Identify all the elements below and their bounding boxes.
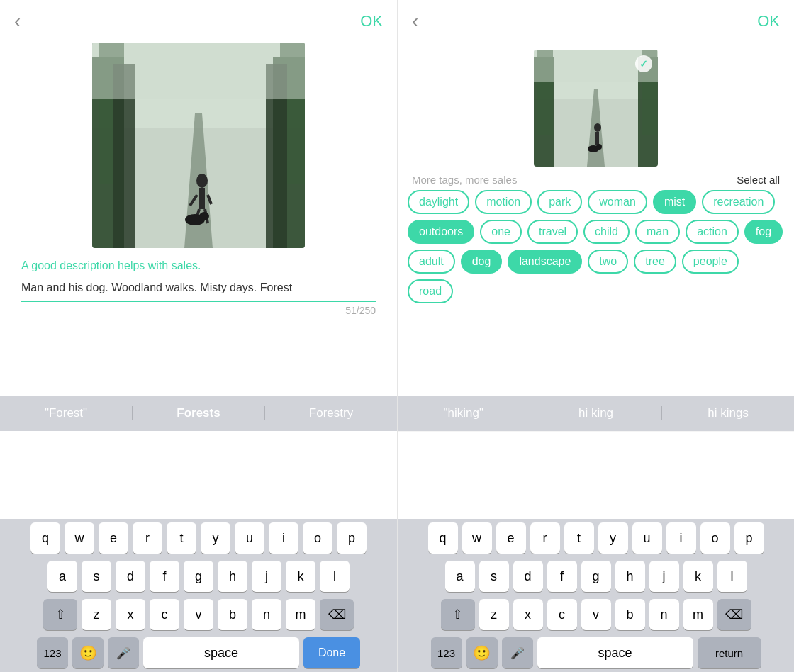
key-x-right[interactable]: x [513, 599, 543, 630]
tag-daylight[interactable]: daylight [408, 190, 469, 214]
key-b-right[interactable]: b [615, 599, 645, 630]
key-r-left[interactable]: r [133, 522, 162, 554]
key-v-left[interactable]: v [184, 599, 213, 630]
tags-hint: More tags, more sales [412, 174, 517, 186]
key-h-left[interactable]: h [218, 561, 247, 592]
key-f-right[interactable]: f [547, 561, 577, 592]
key-l-right[interactable]: l [717, 561, 747, 592]
key-n-left[interactable]: n [252, 599, 281, 630]
key-shift-left[interactable]: ⇧ [43, 599, 77, 630]
key-g-left[interactable]: g [184, 561, 213, 592]
key-r-right[interactable]: r [530, 522, 560, 554]
tag-adult[interactable]: adult [408, 250, 455, 274]
key-return-right[interactable]: return [698, 637, 761, 668]
tag-motion[interactable]: motion [475, 190, 532, 214]
tag-one[interactable]: one [480, 220, 522, 244]
key-m-right[interactable]: m [683, 599, 713, 630]
autocomplete-forests[interactable]: Forests [133, 406, 265, 420]
key-l-left[interactable]: l [320, 561, 350, 592]
key-emoji-right[interactable]: 🙂 [466, 637, 498, 668]
key-numbers-left[interactable]: 123 [37, 637, 68, 668]
key-e-left[interactable]: e [99, 522, 128, 554]
key-f-left[interactable]: f [150, 561, 179, 592]
select-all-button[interactable]: Select all [737, 174, 780, 186]
key-d-right[interactable]: d [513, 561, 543, 592]
autocomplete-forest-quoted[interactable]: "Forest" [0, 406, 133, 420]
tag-woman[interactable]: woman [588, 190, 647, 214]
tag-recreation[interactable]: recreation [702, 190, 775, 214]
key-k-left[interactable]: k [286, 561, 315, 592]
key-j-left[interactable]: j [252, 561, 281, 592]
key-b-left[interactable]: b [218, 599, 247, 630]
key-s-right[interactable]: s [479, 561, 509, 592]
key-i-right[interactable]: i [666, 522, 696, 554]
key-c-right[interactable]: c [547, 599, 577, 630]
key-mic-right[interactable]: 🎤 [502, 637, 533, 668]
autocomplete-hi-king[interactable]: hi king [530, 406, 663, 420]
key-delete-right[interactable]: ⌫ [717, 599, 751, 630]
key-mic-left[interactable]: 🎤 [108, 637, 139, 668]
key-m-left[interactable]: m [286, 599, 315, 630]
key-w-right[interactable]: w [462, 522, 492, 554]
key-s-left[interactable]: s [82, 561, 111, 592]
key-space-right[interactable]: space [537, 637, 693, 668]
left-back-button[interactable]: ‹ [14, 10, 21, 33]
tag-travel[interactable]: travel [527, 220, 578, 244]
key-p-right[interactable]: p [734, 522, 764, 554]
right-ok-button[interactable]: OK [757, 12, 780, 30]
key-emoji-left[interactable]: 🙂 [72, 637, 104, 668]
key-g-right[interactable]: g [581, 561, 611, 592]
key-p-left[interactable]: p [337, 522, 367, 554]
key-space-left[interactable]: space [143, 637, 299, 668]
tag-child[interactable]: child [583, 220, 630, 244]
left-ok-button[interactable]: OK [360, 12, 383, 30]
tag-mist[interactable]: mist [653, 190, 696, 214]
key-i-left[interactable]: i [269, 522, 298, 554]
right-back-button[interactable]: ‹ [412, 10, 418, 33]
key-o-right[interactable]: o [700, 522, 730, 554]
key-a-right[interactable]: a [445, 561, 475, 592]
key-j-right[interactable]: j [649, 561, 679, 592]
key-y-right[interactable]: y [598, 522, 628, 554]
autocomplete-hi-kings[interactable]: hi kings [662, 406, 794, 420]
tag-people[interactable]: people [682, 250, 739, 274]
autocomplete-forestry[interactable]: Forestry [265, 406, 397, 420]
key-k-right[interactable]: k [683, 561, 713, 592]
tag-park[interactable]: park [537, 190, 582, 214]
key-w-left[interactable]: w [65, 522, 94, 554]
key-n-right[interactable]: n [649, 599, 679, 630]
key-z-right[interactable]: z [479, 599, 509, 630]
key-h-right[interactable]: h [615, 561, 645, 592]
tag-two[interactable]: two [588, 250, 628, 274]
key-v-right[interactable]: v [581, 599, 611, 630]
key-a-left[interactable]: a [47, 561, 77, 592]
tag-tree[interactable]: tree [634, 250, 676, 274]
key-c-left[interactable]: c [150, 599, 179, 630]
key-e-right[interactable]: e [496, 522, 526, 554]
key-done-left[interactable]: Done [303, 637, 360, 668]
key-q-right[interactable]: q [428, 522, 458, 554]
autocomplete-hiking-quoted[interactable]: "hiking" [398, 406, 530, 420]
key-u-left[interactable]: u [235, 522, 264, 554]
key-numbers-right[interactable]: 123 [431, 637, 462, 668]
key-delete-left[interactable]: ⌫ [320, 599, 354, 630]
key-q-left[interactable]: q [30, 522, 60, 554]
tag-action[interactable]: action [686, 220, 739, 244]
tag-outdoors[interactable]: outdoors [408, 220, 474, 244]
tag-dog[interactable]: dog [461, 250, 503, 274]
key-t-right[interactable]: t [564, 522, 594, 554]
key-u-right[interactable]: u [632, 522, 662, 554]
key-x-left[interactable]: x [116, 599, 145, 630]
description-text[interactable]: Man and his dog. Woodland walks. Misty d… [21, 279, 376, 302]
key-d-left[interactable]: d [116, 561, 145, 592]
tag-road[interactable]: road [408, 279, 453, 303]
right-keyboard-row4: 123 🙂 🎤 space return [398, 634, 794, 672]
key-t-left[interactable]: t [167, 522, 196, 554]
key-shift-right[interactable]: ⇧ [441, 599, 475, 630]
tag-man[interactable]: man [635, 220, 680, 244]
key-y-left[interactable]: y [201, 522, 230, 554]
key-o-left[interactable]: o [303, 522, 332, 554]
tag-landscape[interactable]: landscape [508, 250, 582, 274]
tag-fog[interactable]: fog [744, 220, 783, 244]
key-z-left[interactable]: z [82, 599, 111, 630]
